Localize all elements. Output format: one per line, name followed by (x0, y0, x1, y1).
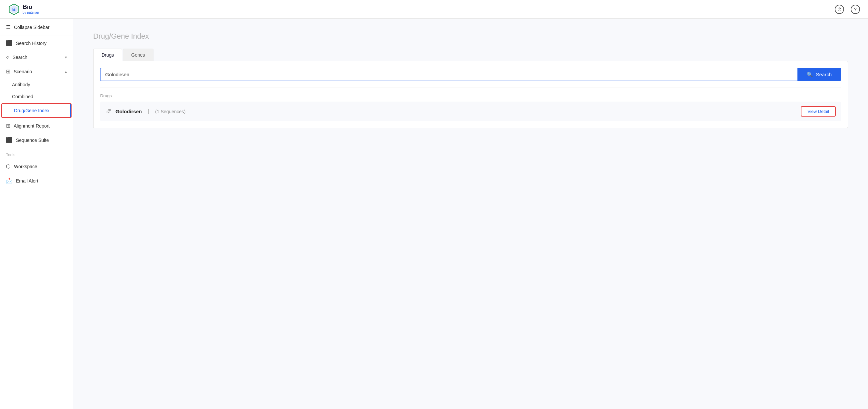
top-nav: B Bio by patsnap ⏱ ? (0, 0, 868, 19)
sidebar-item-search[interactable]: ○ Search ▾ (0, 50, 73, 64)
help-button[interactable]: ? (851, 5, 860, 14)
result-drug-meta: (1 Sequences) (155, 109, 185, 114)
search-btn-label: Search (816, 71, 832, 77)
search-history-icon: ⬛ (6, 40, 13, 46)
workspace-icon: ⬡ (6, 163, 11, 170)
search-panel: 🔍 Search Drugs 🖇 Golodirsen | (1 Sequenc… (93, 61, 848, 128)
search-button[interactable]: 🔍 Search (798, 68, 841, 81)
alignment-report-label: Alignment Report (13, 123, 67, 128)
scenario-icon: ⊞ (6, 68, 10, 75)
sidebar-item-search-history[interactable]: ⬛ Search History (0, 36, 73, 50)
page-title: Drug/Gene Index (93, 32, 848, 41)
svg-text:B: B (12, 7, 16, 12)
result-drug-icon: 🖇 (105, 108, 112, 115)
sequence-suite-icon: ⬛ (6, 137, 13, 143)
sidebar-item-antibody[interactable]: Antibody (0, 79, 73, 91)
result-drug-name: Golodirsen (116, 109, 142, 114)
tabs-container: Drugs Genes (93, 49, 848, 61)
sidebar: ☰ Collapse Sidebar ⬛ Search History ○ Se… (0, 19, 73, 409)
alignment-report-icon: ⊞ (6, 123, 10, 129)
search-icon: ○ (6, 54, 9, 60)
sidebar-item-email-alert[interactable]: 📩 Email Alert (0, 174, 73, 188)
combined-label: Combined (12, 94, 33, 99)
sidebar-search-history-label: Search History (16, 41, 67, 46)
workspace-label: Workspace (14, 164, 67, 169)
sidebar-item-alignment-report[interactable]: ⊞ Alignment Report (0, 119, 73, 133)
sequence-suite-label: Sequence Suite (16, 138, 67, 143)
timer-button[interactable]: ⏱ (835, 5, 844, 14)
collapse-sidebar-button[interactable]: ☰ Collapse Sidebar (0, 19, 73, 36)
drug-gene-index-label: Drug/Gene Index (14, 108, 65, 113)
view-detail-button[interactable]: View Detail (801, 106, 836, 117)
main-layout: ☰ Collapse Sidebar ⬛ Search History ○ Se… (0, 19, 868, 409)
sidebar-item-sequence-suite[interactable]: ⬛ Sequence Suite (0, 133, 73, 147)
sidebar-item-workspace[interactable]: ⬡ Workspace (0, 159, 73, 174)
antibody-label: Antibody (12, 82, 30, 87)
logo-icon: B (8, 3, 20, 15)
search-chevron-icon: ▾ (65, 55, 67, 60)
logo-by-text: by patsnap (23, 11, 39, 14)
logo-bio-text: Bio (23, 4, 39, 11)
tab-genes[interactable]: Genes (123, 49, 153, 61)
result-row: 🖇 Golodirsen | (1 Sequences) View Detail (100, 101, 841, 121)
tab-drugs[interactable]: Drugs (93, 49, 122, 61)
logo-area: B Bio by patsnap (8, 3, 39, 15)
email-alert-icon: 📩 (6, 177, 13, 184)
sidebar-scenario-label: Scenario (13, 69, 62, 74)
scenario-chevron-icon: ▴ (65, 69, 67, 74)
search-input-row: 🔍 Search (100, 68, 841, 81)
drug-search-input[interactable] (100, 68, 798, 81)
results-section: Drugs 🖇 Golodirsen | (1 Sequences) View … (100, 88, 841, 121)
result-left: 🖇 Golodirsen | (1 Sequences) (105, 108, 185, 115)
content-area: Drug/Gene Index Drugs Genes 🔍 Search Dru… (73, 19, 868, 409)
active-indicator (70, 104, 71, 117)
sidebar-item-drug-gene-index[interactable]: Drug/Gene Index (1, 103, 71, 118)
email-alert-label: Email Alert (16, 178, 67, 183)
nav-icons: ⏱ ? (835, 5, 860, 14)
collapse-icon: ☰ (6, 24, 11, 30)
sidebar-item-combined[interactable]: Combined (0, 91, 73, 103)
sidebar-search-label: Search (13, 55, 62, 60)
results-label: Drugs (100, 93, 841, 98)
sidebar-item-scenario[interactable]: ⊞ Scenario ▴ (0, 64, 73, 79)
tools-section-label: Tools (0, 147, 73, 159)
logo-text: Bio by patsnap (23, 4, 39, 14)
search-btn-icon: 🔍 (807, 71, 813, 78)
collapse-label: Collapse Sidebar (14, 25, 50, 30)
